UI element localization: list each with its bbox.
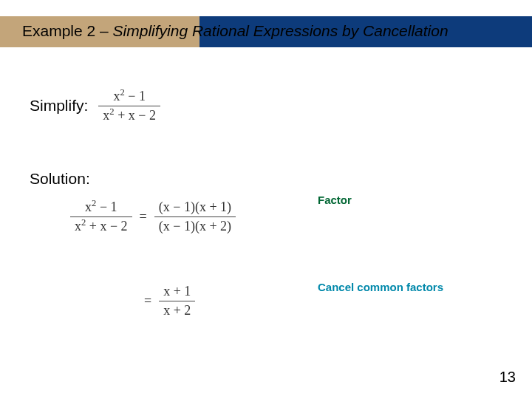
step2-rhs-fraction: x + 1 x + 2 (159, 282, 195, 319)
simplify-denominator: x2 + x − 2 (98, 106, 160, 125)
simplify-prompt: Simplify: x2 − 1 x2 + x − 2 (30, 87, 502, 124)
title-separator: – (95, 22, 112, 39)
step2-rhs-num: x + 1 (159, 282, 195, 301)
step1-lhs-fraction: x2 − 1 x2 + x − 2 (70, 198, 132, 235)
example-subtitle: Simplifying Rational Expressions by Canc… (113, 22, 449, 39)
step1-rhs-num: (x − 1)(x + 1) (154, 198, 236, 216)
annotation-cancel: Cancel common factors (318, 281, 443, 293)
example-number: Example 2 (22, 22, 95, 39)
equals-sign: = (140, 209, 147, 225)
title-bar: Example 2 – Simplifying Rational Express… (0, 16, 532, 47)
page-number: 13 (499, 369, 516, 386)
solution-label: Solution: (30, 170, 502, 188)
simplify-numerator: x2 − 1 (109, 87, 149, 106)
annotation-factor: Factor (318, 194, 352, 206)
step1-rhs-fraction: (x − 1)(x + 1) (x − 1)(x + 2) (154, 198, 236, 235)
equals-sign: = (144, 293, 151, 309)
step1-rhs-den: (x − 1)(x + 2) (154, 217, 236, 236)
solution-step-factor: x2 − 1 x2 + x − 2 = (x − 1)(x + 1) (x − … (70, 198, 502, 235)
simplify-label: Simplify: (30, 97, 88, 115)
step2-rhs-den: x + 2 (159, 301, 195, 320)
slide-title: Example 2 – Simplifying Rational Express… (22, 22, 449, 40)
step1-lhs-num: x2 − 1 (81, 198, 121, 216)
step1-lhs-den: x2 + x − 2 (70, 217, 132, 236)
simplify-fraction: x2 − 1 x2 + x − 2 (98, 87, 160, 124)
